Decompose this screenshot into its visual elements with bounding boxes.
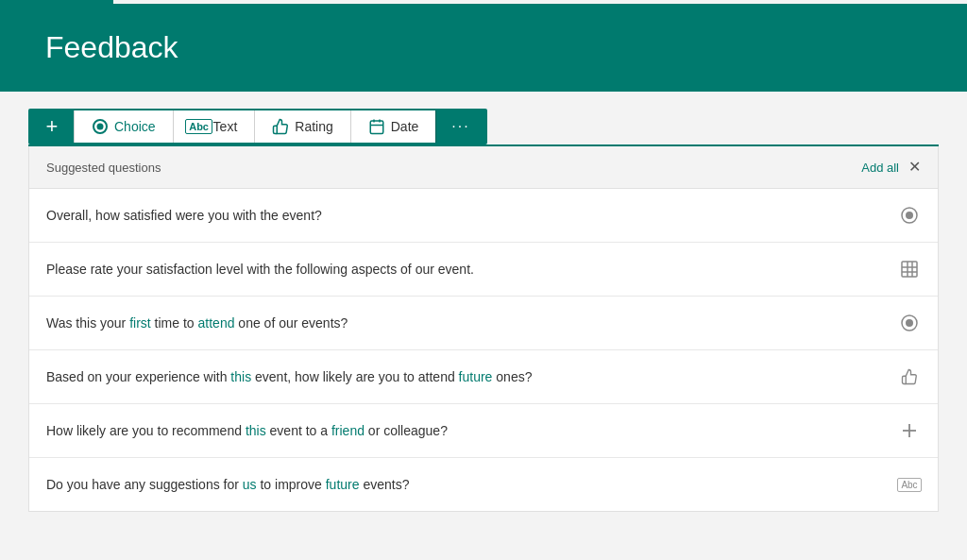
question-row[interactable]: Please rate your satisfaction level with… (29, 243, 938, 297)
question-text: Was this your first time to attend one o… (46, 315, 887, 331)
svg-point-5 (906, 212, 913, 219)
choice-label: Choice (114, 119, 156, 134)
text-type-button[interactable]: Abc Text (173, 110, 255, 143)
plus-icon: + (46, 114, 59, 139)
page-header: Feedback (0, 4, 967, 92)
more-options-button[interactable]: ··· (435, 110, 484, 143)
question-row[interactable]: Based on your experience with this event… (29, 350, 938, 404)
svg-rect-6 (902, 262, 917, 277)
suggested-header: Suggested questions Add all ✕ (29, 146, 938, 189)
close-button[interactable]: ✕ (908, 160, 921, 175)
text-type-icon: Abc (898, 473, 921, 496)
svg-rect-0 (370, 121, 383, 134)
question-row[interactable]: Do you have any suggestions for us to im… (29, 458, 938, 511)
question-text: Please rate your satisfaction level with… (46, 262, 887, 277)
date-icon (368, 118, 385, 135)
add-icon (898, 419, 921, 442)
date-label: Date (391, 119, 419, 134)
text-icon: Abc (191, 118, 208, 135)
close-icon: ✕ (908, 159, 921, 175)
more-icon: ··· (451, 118, 469, 135)
thumb-icon (898, 365, 921, 388)
question-row[interactable]: Was this your first time to attend one o… (29, 297, 938, 350)
toolbar-area: + Choice Abc Text Rating (0, 92, 967, 144)
suggested-questions-section: Suggested questions Add all ✕ Overall, h… (28, 146, 939, 512)
question-text: Overall, how satisfied were you with the… (46, 208, 887, 223)
date-type-button[interactable]: Date (350, 110, 436, 143)
add-question-button[interactable]: + (30, 110, 74, 143)
rating-label: Rating (295, 119, 332, 134)
text-label: Text (213, 119, 238, 134)
choice-type-button[interactable]: Choice (74, 110, 173, 143)
radio-icon (898, 312, 921, 334)
question-row[interactable]: Overall, how satisfied were you with the… (29, 189, 938, 243)
question-text: Based on your experience with this event… (46, 369, 887, 384)
svg-point-12 (906, 319, 913, 327)
add-all-button[interactable]: Add all (861, 161, 899, 175)
choice-icon (92, 118, 109, 135)
rating-type-button[interactable]: Rating (254, 110, 349, 143)
grid-icon (898, 258, 921, 280)
suggested-title: Suggested questions (46, 161, 161, 175)
radio-icon (898, 204, 921, 227)
rating-icon (272, 118, 289, 135)
question-text: How likely are you to recommend this eve… (46, 423, 887, 438)
header-actions: Add all ✕ (861, 160, 921, 175)
question-row[interactable]: How likely are you to recommend this eve… (29, 404, 938, 458)
page-title: Feedback (45, 30, 922, 65)
question-text: Do you have any suggestions for us to im… (46, 477, 887, 492)
question-type-toolbar: + Choice Abc Text Rating (28, 109, 487, 144)
